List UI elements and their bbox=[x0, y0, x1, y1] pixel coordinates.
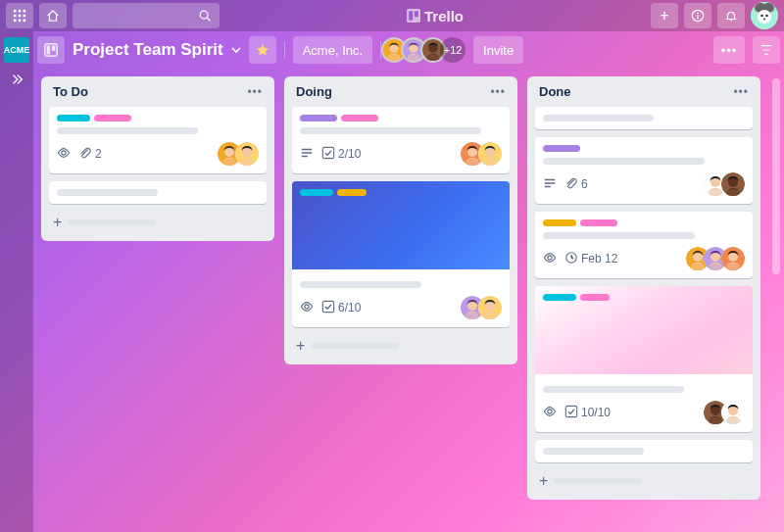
eye-icon bbox=[300, 300, 314, 316]
list-menu-button[interactable]: ••• bbox=[490, 85, 506, 99]
star-button[interactable] bbox=[249, 36, 276, 64]
card[interactable]: 2/10 bbox=[292, 107, 510, 173]
list-title[interactable]: To Do bbox=[53, 84, 88, 99]
svg-rect-26 bbox=[52, 46, 56, 51]
filter-icon bbox=[760, 43, 773, 57]
svg-point-21 bbox=[760, 15, 763, 18]
filter-button[interactable] bbox=[753, 36, 780, 64]
card-labels bbox=[543, 219, 745, 226]
attachment-icon bbox=[78, 146, 92, 163]
svg-rect-90 bbox=[565, 406, 576, 416]
attachment-icon bbox=[564, 176, 578, 193]
card-text-placeholder bbox=[300, 127, 481, 134]
list-header: Doing ••• bbox=[292, 84, 510, 99]
home-icon bbox=[46, 9, 60, 23]
list: Done ••• 6Feb 1210/10+ bbox=[527, 76, 760, 500]
label-cyan[interactable] bbox=[57, 115, 90, 121]
card[interactable] bbox=[535, 107, 753, 129]
card-badges: 2 bbox=[57, 146, 102, 163]
notifications-button[interactable] bbox=[717, 3, 745, 28]
attachment-badge: 2 bbox=[78, 146, 102, 163]
invite-button[interactable]: Invite bbox=[473, 36, 523, 64]
home-button[interactable] bbox=[39, 3, 67, 28]
checklist-icon bbox=[564, 405, 578, 421]
card[interactable]: 6/10 bbox=[292, 181, 510, 327]
description-badge bbox=[543, 176, 557, 193]
card-members bbox=[223, 142, 259, 166]
list-title[interactable]: Doing bbox=[296, 84, 332, 99]
svg-point-57 bbox=[305, 304, 309, 308]
board-menu-button[interactable]: ••• bbox=[713, 36, 745, 64]
watch-badge bbox=[543, 251, 557, 267]
add-card-button[interactable]: + bbox=[292, 335, 510, 357]
member-avatar[interactable] bbox=[721, 247, 745, 270]
list-header: Done ••• bbox=[535, 84, 753, 99]
svg-rect-1 bbox=[19, 10, 22, 13]
card-text-placeholder bbox=[543, 158, 705, 165]
info-button[interactable] bbox=[684, 3, 711, 28]
list-title[interactable]: Done bbox=[539, 84, 571, 99]
card-footer: 10/10 bbox=[543, 401, 745, 424]
list-menu-button[interactable]: ••• bbox=[247, 85, 263, 99]
brand-logo: Trello bbox=[225, 8, 645, 24]
add-card-placeholder bbox=[68, 219, 156, 225]
board-icon bbox=[44, 43, 58, 57]
card-text-placeholder bbox=[300, 281, 421, 288]
card-footer: Feb 12 bbox=[543, 247, 745, 270]
member-avatar[interactable] bbox=[235, 142, 259, 166]
card-cover bbox=[292, 181, 510, 269]
label-pink[interactable] bbox=[94, 115, 131, 121]
card[interactable] bbox=[535, 440, 753, 462]
member-avatar[interactable] bbox=[721, 401, 745, 424]
info-icon bbox=[691, 9, 705, 23]
label-purple[interactable] bbox=[543, 145, 580, 152]
card[interactable] bbox=[49, 181, 267, 204]
label-purple[interactable] bbox=[300, 115, 337, 121]
member-avatar[interactable] bbox=[721, 172, 745, 196]
search-input[interactable] bbox=[73, 3, 220, 28]
org-chip[interactable]: Acme, Inc. bbox=[293, 36, 372, 64]
card[interactable]: 2 bbox=[49, 107, 267, 173]
svg-line-10 bbox=[207, 18, 210, 21]
member-avatar[interactable] bbox=[478, 296, 502, 319]
board-name[interactable]: Project Team Spirit bbox=[73, 40, 241, 60]
scrollbar[interactable] bbox=[772, 78, 780, 274]
card[interactable]: 10/10 bbox=[535, 286, 753, 432]
member-overflow-count[interactable]: +12 bbox=[440, 37, 466, 63]
watch-badge bbox=[300, 300, 314, 316]
list-menu-button[interactable]: ••• bbox=[733, 85, 749, 99]
svg-rect-16 bbox=[697, 15, 698, 19]
label-pink[interactable] bbox=[341, 115, 378, 121]
list: Doing ••• 2/106/10+ bbox=[284, 76, 517, 364]
label-pink[interactable] bbox=[580, 219, 617, 226]
chevron-down-icon bbox=[231, 45, 241, 55]
svg-rect-0 bbox=[14, 10, 17, 13]
card-text-placeholder bbox=[57, 189, 158, 196]
add-card-button[interactable]: + bbox=[535, 470, 753, 492]
svg-point-22 bbox=[765, 15, 768, 18]
board-icon-button[interactable] bbox=[37, 36, 65, 64]
card-members bbox=[710, 401, 745, 424]
create-button[interactable]: + bbox=[651, 3, 678, 28]
workspace-rail: ACME bbox=[0, 31, 33, 532]
card[interactable]: 6 bbox=[535, 137, 753, 204]
checklist-badge: 10/10 bbox=[564, 405, 611, 421]
svg-rect-48 bbox=[322, 147, 333, 158]
workspace-tile[interactable]: ACME bbox=[4, 37, 29, 63]
label-yellow[interactable] bbox=[543, 219, 576, 226]
svg-rect-13 bbox=[415, 11, 418, 17]
chevron-double-right-icon bbox=[10, 73, 24, 86]
apps-menu-button[interactable] bbox=[6, 3, 33, 28]
board-members[interactable]: +12 bbox=[387, 37, 466, 63]
checklist-badge: 6/10 bbox=[321, 300, 361, 316]
card[interactable]: Feb 12 bbox=[535, 212, 753, 278]
card-text-placeholder bbox=[543, 386, 684, 393]
svg-rect-25 bbox=[47, 46, 51, 55]
member-avatar[interactable] bbox=[478, 142, 502, 166]
expand-rail-button[interactable] bbox=[10, 73, 24, 89]
user-avatar[interactable] bbox=[751, 2, 778, 29]
plus-icon: + bbox=[296, 337, 305, 355]
attachment-badge: 6 bbox=[564, 176, 588, 193]
card-members bbox=[710, 172, 745, 196]
add-card-button[interactable]: + bbox=[49, 212, 267, 233]
